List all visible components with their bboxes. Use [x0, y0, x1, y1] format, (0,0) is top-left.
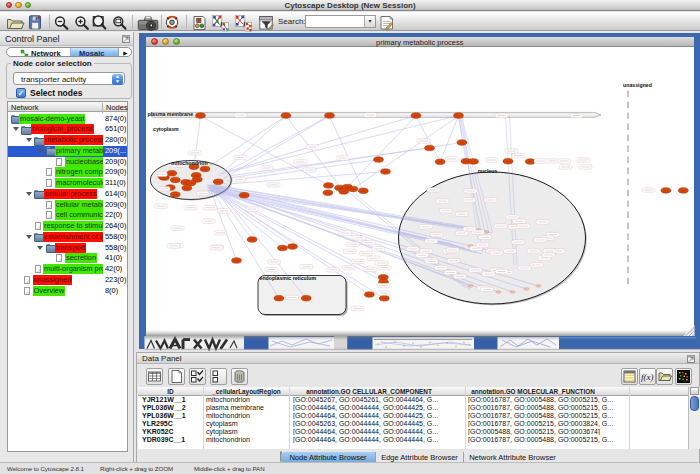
svg-text:unassigned: unassigned: [623, 82, 652, 88]
svg-text:mitochondrion: mitochondrion: [171, 160, 207, 166]
svg-text:f(x): f(x): [641, 372, 654, 382]
svg-text:nucleus: nucleus: [477, 168, 497, 174]
svg-text:plasma membrane: plasma membrane: [147, 111, 193, 117]
svg-text:cytoplasm: cytoplasm: [153, 126, 179, 132]
svg-text:endoplasmic reticulum: endoplasmic reticulum: [259, 275, 316, 281]
